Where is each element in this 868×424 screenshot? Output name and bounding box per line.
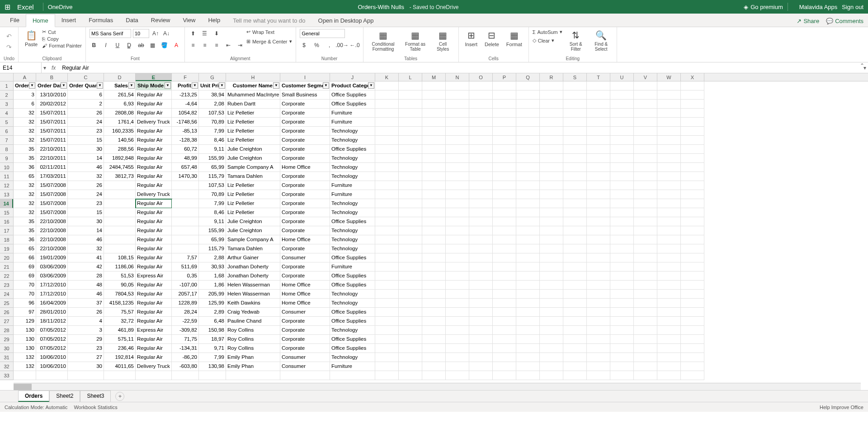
bold-button[interactable]: B (90, 41, 99, 50)
cell[interactable] (469, 317, 493, 326)
cell[interactable] (681, 299, 704, 308)
row-header-4[interactable]: 4 (0, 109, 13, 118)
cell[interactable]: 6 (68, 91, 104, 100)
cell[interactable] (446, 127, 469, 136)
cell[interactable]: 32 (14, 208, 36, 217)
cell[interactable] (516, 100, 540, 109)
cell[interactable] (469, 145, 493, 154)
cell[interactable] (469, 208, 493, 217)
scrollbar-thumb[interactable] (14, 384, 32, 390)
col-header-P[interactable]: P (493, 73, 516, 81)
cell[interactable] (540, 235, 563, 244)
cell[interactable] (634, 154, 657, 163)
col-header-L[interactable]: L (399, 73, 422, 81)
row-header-18[interactable]: 18 (0, 235, 13, 244)
cell[interactable]: Emily Phan (226, 353, 280, 362)
cell[interactable] (563, 308, 587, 317)
cell[interactable]: Jonathan Doherty (226, 262, 280, 272)
cell[interactable] (540, 353, 563, 362)
cell[interactable] (657, 118, 681, 127)
cell[interactable] (587, 281, 610, 290)
cell[interactable]: Technology (330, 326, 375, 335)
cell[interactable] (422, 91, 446, 100)
cell[interactable] (657, 190, 681, 199)
cell[interactable] (540, 326, 563, 335)
cell[interactable]: 13/10/2010 (36, 91, 68, 100)
cell[interactable] (446, 163, 469, 172)
cell[interactable] (446, 172, 469, 181)
currency-button[interactable]: $ (300, 41, 309, 50)
cell[interactable]: 42 (68, 262, 104, 272)
cell[interactable]: 657,48 (172, 163, 199, 172)
cell[interactable]: Regular Air (136, 127, 172, 136)
name-box-dropdown[interactable]: ▾ (42, 65, 48, 71)
cell[interactable] (375, 362, 399, 371)
share-button[interactable]: ↗Share (797, 18, 819, 24)
cell[interactable] (493, 91, 516, 100)
cell[interactable] (422, 163, 446, 172)
cell[interactable] (540, 317, 563, 326)
cell[interactable]: Jonathan Doherty (226, 272, 280, 281)
cell[interactable]: 65,99 (199, 235, 226, 244)
col-header-U[interactable]: U (610, 73, 634, 81)
cell[interactable] (493, 272, 516, 281)
cell[interactable] (681, 91, 704, 100)
cell[interactable]: Office Supplies (330, 253, 375, 262)
cell[interactable] (657, 317, 681, 326)
col-header-M[interactable]: M (422, 73, 446, 81)
sheet-tab-orders[interactable]: Orders (18, 391, 49, 402)
cell[interactable] (469, 253, 493, 262)
cell[interactable]: 17/12/2010 (36, 290, 68, 299)
cell[interactable] (516, 109, 540, 118)
cell[interactable] (104, 181, 136, 190)
cell[interactable] (493, 154, 516, 163)
cell[interactable] (399, 91, 422, 100)
cell[interactable]: 511,69 (172, 262, 199, 272)
cell[interactable] (399, 244, 422, 253)
cell[interactable]: Regular Air (136, 145, 172, 154)
cell[interactable] (610, 154, 634, 163)
cell[interactable] (657, 244, 681, 253)
cell[interactable] (446, 353, 469, 362)
cell[interactable] (469, 199, 493, 208)
cell[interactable]: 17/12/2010 (36, 281, 68, 290)
filter-arrow-icon[interactable]: ▼ (61, 82, 67, 89)
cell[interactable] (375, 181, 399, 190)
cell[interactable] (657, 109, 681, 118)
cell[interactable] (681, 181, 704, 190)
cell[interactable]: Liz Pelletier (226, 118, 280, 127)
cell[interactable]: 130 (14, 344, 36, 353)
cell[interactable]: Regular Air (136, 208, 172, 217)
cell[interactable]: Express Air (136, 326, 172, 335)
align-left-button[interactable]: ≡ (189, 41, 198, 50)
cell[interactable] (681, 136, 704, 145)
cell[interactable] (657, 163, 681, 172)
cell[interactable]: Technology (330, 172, 375, 181)
increase-decimal-button[interactable]: .00→ (338, 41, 347, 50)
cell[interactable] (446, 290, 469, 299)
cell[interactable]: Corporate (280, 272, 330, 281)
cell[interactable]: 1761,4 (104, 118, 136, 127)
cell[interactable]: 15/07/2008 (36, 190, 68, 199)
cell[interactable] (634, 145, 657, 154)
row-header-1[interactable]: 1 (0, 81, 13, 91)
cell[interactable] (104, 371, 136, 380)
cell[interactable] (563, 362, 587, 371)
cell[interactable] (657, 262, 681, 272)
cell[interactable] (563, 172, 587, 181)
cell[interactable] (493, 317, 516, 326)
cell[interactable] (540, 81, 563, 91)
cell[interactable] (422, 136, 446, 145)
cell[interactable] (587, 154, 610, 163)
cell[interactable] (657, 362, 681, 371)
cell[interactable] (516, 145, 540, 154)
cell[interactable]: 115,79 (199, 244, 226, 253)
go-premium-button[interactable]: ◈ Go premium (744, 4, 783, 10)
cell[interactable]: Home Office (280, 235, 330, 244)
cell[interactable]: 36 (14, 235, 36, 244)
col-header-B[interactable]: B (36, 73, 68, 81)
cell[interactable] (399, 317, 422, 326)
cell[interactable]: Regular Air (136, 244, 172, 253)
cell[interactable] (610, 127, 634, 136)
cell[interactable] (516, 199, 540, 208)
